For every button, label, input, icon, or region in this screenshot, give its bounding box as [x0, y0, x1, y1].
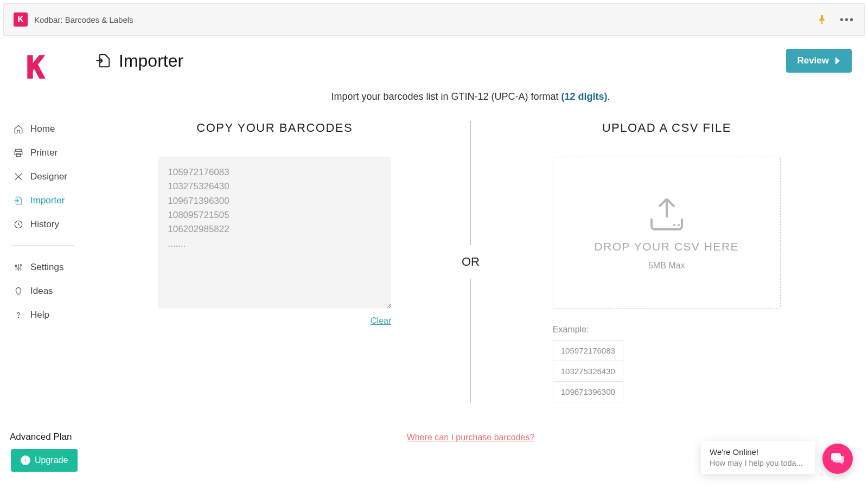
- example-table: 105972176083 103275326430 109671396300: [553, 340, 623, 402]
- sidebar-label: Designer: [30, 171, 67, 182]
- svg-point-9: [678, 224, 680, 226]
- chat-line1: We're Online!: [710, 447, 806, 457]
- page-title: Importer: [119, 51, 183, 71]
- sidebar-label: Help: [30, 310, 49, 320]
- sidebar-separator: [12, 245, 74, 246]
- svg-point-8: [673, 224, 675, 226]
- app-title: Kodbar: Barcodes & Labels: [34, 15, 133, 24]
- chat-button[interactable]: [822, 444, 853, 474]
- upload-csv-column: Upload a CSV file DROP YOUR CSV HERE 5MB: [487, 121, 847, 402]
- upgrade-arrow-icon: ↑: [21, 455, 30, 465]
- sidebar: K Home Printer Designer Importer: [0, 39, 90, 488]
- dropzone-subtext: 5MB Max: [648, 261, 685, 271]
- svg-point-4: [15, 265, 17, 267]
- help-icon: [13, 310, 24, 320]
- app-titlebar: K Kodbar: Barcodes & Labels •••: [3, 3, 865, 36]
- pin-icon[interactable]: [818, 15, 826, 24]
- clear-link[interactable]: Clear: [371, 316, 391, 326]
- designer-icon: [13, 172, 24, 182]
- upload-csv-heading: Upload a CSV file: [602, 121, 731, 135]
- upload-icon: [645, 195, 688, 233]
- sidebar-item-ideas[interactable]: Ideas: [11, 279, 90, 303]
- intro-suffix: .: [608, 91, 610, 102]
- svg-rect-2: [16, 154, 21, 157]
- svg-point-7: [18, 317, 18, 318]
- chat-greeting-card[interactable]: We're Online! How may I help you toda...: [701, 441, 815, 474]
- settings-icon: [13, 262, 24, 272]
- intro-prefix: Import your barcodes list in GTIN-12 (UP…: [331, 91, 561, 102]
- main-content: Importer Review Import your barcodes lis…: [90, 39, 868, 488]
- example-cell: 103275326430: [553, 361, 623, 382]
- example-cell: 105972176083: [553, 341, 623, 361]
- upgrade-button[interactable]: ↑ Upgrade: [11, 449, 78, 472]
- importer-icon: [13, 196, 24, 206]
- review-label: Review: [797, 55, 829, 66]
- sidebar-item-importer[interactable]: Importer: [11, 189, 90, 213]
- or-label: OR: [462, 245, 480, 279]
- chat-line2: How may I help you toda...: [710, 459, 806, 467]
- column-divider: OR: [455, 121, 487, 402]
- digits-link[interactable]: (12 digits): [561, 91, 608, 102]
- sidebar-label: Ideas: [30, 286, 53, 297]
- main-header: Importer Review: [90, 39, 868, 77]
- csv-example: Example: 105972176083 103275326430 10967…: [553, 325, 623, 402]
- example-label: Example:: [553, 325, 623, 335]
- sidebar-item-home[interactable]: Home: [11, 117, 90, 141]
- review-button[interactable]: Review: [786, 49, 852, 73]
- copy-barcodes-column: Copy your barcodes Clear: [95, 121, 455, 402]
- printer-icon: [13, 148, 24, 158]
- intro-text: Import your barcodes list in GTIN-12 (UP…: [95, 91, 846, 102]
- sidebar-item-history[interactable]: History: [11, 213, 90, 236]
- importer-page-icon: [95, 53, 111, 69]
- example-cell: 109671396300: [553, 382, 623, 402]
- main-scroll-area[interactable]: Import your barcodes list in GTIN-12 (UP…: [90, 77, 868, 488]
- sidebar-label: Importer: [30, 195, 65, 206]
- copy-barcodes-heading: Copy your barcodes: [196, 121, 353, 135]
- plan-label: Advanced Plan: [10, 432, 90, 442]
- history-icon: [13, 220, 24, 229]
- sidebar-label: Printer: [30, 147, 58, 158]
- sidebar-item-designer[interactable]: Designer: [11, 165, 90, 189]
- sidebar-label: History: [30, 219, 59, 230]
- svg-point-5: [18, 268, 20, 269]
- chevron-right-icon: [834, 57, 841, 65]
- chat-icon: [831, 452, 845, 465]
- sidebar-label: Home: [30, 124, 55, 134]
- csv-dropzone[interactable]: DROP YOUR CSV HERE 5MB Max: [553, 157, 781, 309]
- purchase-barcodes-link[interactable]: Where can I purchase barcodes?: [407, 433, 535, 442]
- sidebar-item-settings[interactable]: Settings: [11, 255, 90, 279]
- home-icon: [13, 124, 24, 134]
- app-icon: K: [14, 12, 28, 27]
- sidebar-item-printer[interactable]: Printer: [11, 141, 90, 165]
- svg-point-6: [20, 265, 22, 266]
- svg-rect-1: [15, 151, 22, 155]
- ideas-icon: [13, 286, 24, 296]
- dropzone-text: DROP YOUR CSV HERE: [594, 240, 739, 253]
- upgrade-label: Upgrade: [35, 455, 68, 465]
- more-icon[interactable]: •••: [840, 14, 854, 26]
- sidebar-label: Settings: [30, 262, 63, 273]
- barcodes-textarea[interactable]: [158, 157, 391, 309]
- brand-logo: K: [26, 52, 53, 85]
- sidebar-item-help[interactable]: Help: [11, 303, 90, 327]
